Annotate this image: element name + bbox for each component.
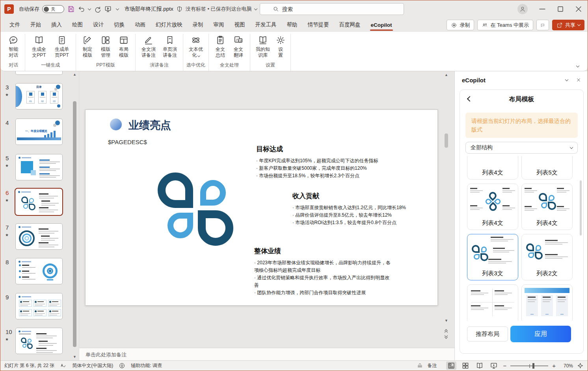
zoom-out-button[interactable]: − [503, 362, 506, 369]
ribbon-tab-帮助[interactable]: 帮助 [282, 18, 303, 32]
quick-access-dropdown-icon[interactable] [116, 7, 119, 10]
ribbon-button-单页演讲备注[interactable]: 单页演讲备注 [160, 34, 180, 59]
fit-to-window-icon[interactable] [577, 362, 584, 369]
ribbon-tab-开发工具[interactable]: 开发工具 [250, 18, 282, 32]
slide-thumbnail-6[interactable] [15, 188, 63, 216]
powerpoint-logo-icon[interactable]: P [4, 4, 14, 14]
slide-title[interactable]: 业绩亮点 [128, 118, 171, 132]
ribbon-button-全文总结[interactable]: 全文总结 [212, 34, 229, 59]
zoom-level[interactable]: 70% [560, 363, 573, 369]
document-title[interactable]: 市场部年终汇报.pptx [125, 6, 173, 13]
scroll-up-icon[interactable]: ▲ [443, 73, 449, 77]
notes-toggle-icon[interactable] [417, 362, 423, 369]
spellcheck-icon[interactable] [60, 362, 67, 369]
ribbon-button-我的知识库[interactable]: 我的知识库 [253, 34, 272, 59]
template-card-列表4文[interactable]: 列表4文 [467, 156, 518, 180]
slide-thumbnail-10[interactable] [15, 328, 63, 354]
comments-button[interactable] [536, 20, 549, 30]
save-icon[interactable] [67, 5, 75, 13]
autosave-toggle[interactable]: 关 [42, 5, 64, 13]
apply-button[interactable]: 应用 [510, 326, 571, 342]
slide-thumbnail-7[interactable] [15, 223, 63, 250]
template-card-columns[interactable] [521, 284, 573, 321]
slide-thumbnail-5[interactable] [15, 154, 63, 180]
slide-thumbnail-4[interactable]: 一、年度业绩概览 [15, 119, 63, 145]
document-status[interactable]: 没有标签 • 已保存到这台电脑 [186, 6, 252, 13]
ribbon-button-设置[interactable]: 设置 [274, 34, 287, 59]
ribbon-button-模版管理[interactable]: 模版管理 [97, 34, 114, 59]
search-input[interactable] [282, 6, 393, 12]
collapse-ribbon-icon[interactable] [576, 64, 579, 67]
slideshow-view-button[interactable] [489, 362, 499, 370]
ribbon-tab-录制[interactable]: 录制 [188, 18, 208, 32]
ribbon-tab-文件[interactable]: 文件 [4, 18, 25, 32]
previous-slide-button[interactable] [443, 328, 449, 332]
zoom-slider[interactable] [510, 363, 548, 369]
recommend-layout-button[interactable]: 推荐布局 [467, 326, 508, 341]
account-avatar[interactable] [517, 4, 528, 14]
ribbon-button-生成全文PPT[interactable]: 生成全文PPT [28, 34, 50, 59]
thumbnail-scrollbar[interactable]: ▲ ▼ [72, 71, 78, 360]
ribbon-tab-插入[interactable]: 插入 [46, 18, 67, 32]
document-status-dropdown-icon[interactable] [254, 7, 257, 10]
canvas-scrollbar[interactable]: ▲ ▼ [443, 71, 449, 347]
search-box[interactable] [260, 3, 404, 15]
ribbon-tab-eCopilot[interactable]: eCopilot [366, 18, 397, 32]
ribbon-tab-动画[interactable]: 动画 [130, 18, 151, 32]
template-card-列表3文[interactable]: 列表3文 [467, 234, 518, 280]
template-card-列表4文[interactable]: 列表4文 [521, 184, 573, 230]
ribbon-button-文本优化[interactable]: 文本优化 [186, 34, 205, 59]
ribbon-button-全文翻译[interactable]: A文全文翻译 [230, 34, 247, 59]
template-card-列表2文[interactable]: 列表2文 [521, 234, 573, 280]
ribbon-button-智能对话[interactable]: 智能对话 [5, 34, 22, 59]
ribbon-button-布局模版[interactable]: 布局模版 [115, 34, 132, 59]
notes-placeholder[interactable]: 单击此处添加备注 [86, 351, 127, 358]
structure-filter-dropdown[interactable]: 全部结构 [465, 142, 578, 154]
close-panel-icon[interactable] [576, 77, 581, 83]
ribbon-tab-视图[interactable]: 视图 [229, 18, 250, 32]
slide-thumbnail-8[interactable] [15, 258, 63, 284]
slide-section-整体业绩[interactable]: 整体业绩2023年市场部整体业绩实现稳健增长，品牌影响力持续提升，各项核心指标均… [254, 247, 393, 297]
zoom-slider-handle[interactable] [532, 363, 534, 369]
undo-icon[interactable] [78, 5, 86, 13]
ribbon-tab-情节提要[interactable]: 情节提要 [303, 18, 334, 32]
ribbon-button-全文演讲备注[interactable]: 全文演讲备注 [139, 34, 158, 59]
ribbon-button-制定模版[interactable]: 制定模版 [79, 34, 96, 59]
slide-pagedesc[interactable]: $PAGEDESC$ [108, 139, 147, 145]
slide-thumbnail-partial[interactable] [15, 71, 63, 75]
slide-section-收入贡献[interactable]: 收入贡献市场部直接贡献销售收入达到1.2亿元，同比增长18%品牌价值评估提升至8… [292, 191, 437, 226]
record-button[interactable]: 录制 [447, 20, 474, 30]
accessibility-status[interactable]: 辅助功能: 调查 [131, 362, 162, 369]
share-button[interactable]: 共享 [552, 20, 584, 30]
language-indicator[interactable]: 简体中文(中国大陆) [72, 362, 113, 369]
scroll-down-icon[interactable]: ▼ [443, 319, 449, 323]
redo-icon[interactable] [93, 5, 101, 13]
start-slideshow-icon[interactable] [104, 5, 112, 13]
ribbon-tab-幻灯片放映[interactable]: 幻灯片放映 [151, 18, 188, 32]
ribbon-button-生成单页PPT[interactable]: 生成单页PPT [51, 34, 73, 59]
close-button[interactable] [569, 4, 588, 14]
notes-pane[interactable]: 单击此处添加备注 [79, 348, 455, 361]
minimize-button[interactable] [533, 4, 551, 14]
present-in-teams-button[interactable]: 在 Teams 中展示 [477, 20, 533, 30]
template-scrollbar-thumb[interactable] [580, 180, 582, 236]
ribbon-tab-设计[interactable]: 设计 [88, 18, 109, 32]
ribbon-tab-开始[interactable]: 开始 [25, 18, 46, 32]
scrollbar-thumb[interactable] [445, 134, 448, 148]
scroll-up-icon[interactable]: ▲ [72, 72, 78, 76]
slide-section-目标达成[interactable]: 目标达成年度KPI完成率达到105%，超额完成公司下达的任务指标新客户获取数量突… [256, 145, 434, 180]
template-card-列表5文[interactable]: 列表5文 [521, 156, 573, 180]
collapse-panel-icon[interactable] [565, 78, 568, 81]
scroll-down-icon[interactable]: ▼ [72, 355, 78, 359]
ribbon-tab-切换[interactable]: 切换 [109, 18, 130, 32]
maximize-button[interactable] [551, 4, 569, 14]
ribbon-tab-百度网盘[interactable]: 百度网盘 [334, 18, 366, 32]
ribbon-tab-绘图[interactable]: 绘图 [67, 18, 88, 32]
template-card-quad[interactable] [467, 284, 518, 321]
normal-view-button[interactable] [446, 362, 456, 370]
undo-dropdown-icon[interactable] [88, 7, 91, 10]
scrollbar-thumb[interactable] [73, 101, 76, 347]
slide-counter[interactable]: 幻灯片 第 6 张, 共 22 张 [4, 362, 54, 369]
clover-logo-graphic[interactable] [158, 170, 233, 243]
next-slide-button[interactable] [443, 336, 449, 340]
